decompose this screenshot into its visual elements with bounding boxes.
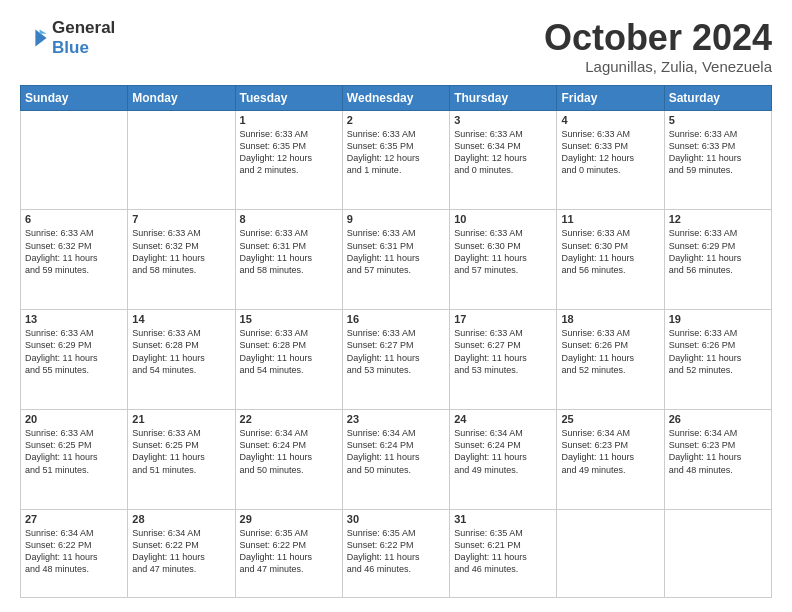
calendar-cell: 20Sunrise: 6:33 AM Sunset: 6:25 PM Dayli… [21,410,128,510]
weekday-header-row: SundayMondayTuesdayWednesdayThursdayFrid… [21,85,772,110]
day-info: Sunrise: 6:33 AM Sunset: 6:33 PM Dayligh… [669,128,767,177]
day-number: 7 [132,213,230,225]
day-info: Sunrise: 6:33 AM Sunset: 6:31 PM Dayligh… [347,227,445,276]
calendar-cell: 8Sunrise: 6:33 AM Sunset: 6:31 PM Daylig… [235,210,342,310]
day-number: 5 [669,114,767,126]
calendar-cell [557,509,664,597]
logo: General Blue [20,18,115,57]
weekday-header-saturday: Saturday [664,85,771,110]
day-info: Sunrise: 6:35 AM Sunset: 6:21 PM Dayligh… [454,527,552,576]
day-number: 23 [347,413,445,425]
day-number: 18 [561,313,659,325]
calendar-cell [128,110,235,210]
day-info: Sunrise: 6:34 AM Sunset: 6:22 PM Dayligh… [25,527,123,576]
calendar-cell [21,110,128,210]
day-info: Sunrise: 6:33 AM Sunset: 6:27 PM Dayligh… [454,327,552,376]
day-info: Sunrise: 6:34 AM Sunset: 6:23 PM Dayligh… [669,427,767,476]
day-number: 9 [347,213,445,225]
calendar-cell: 21Sunrise: 6:33 AM Sunset: 6:25 PM Dayli… [128,410,235,510]
calendar-cell [664,509,771,597]
header: General Blue October 2024 Lagunillas, Zu… [20,18,772,75]
day-info: Sunrise: 6:33 AM Sunset: 6:29 PM Dayligh… [25,327,123,376]
calendar-week-1: 1Sunrise: 6:33 AM Sunset: 6:35 PM Daylig… [21,110,772,210]
day-number: 10 [454,213,552,225]
calendar-cell: 15Sunrise: 6:33 AM Sunset: 6:28 PM Dayli… [235,310,342,410]
calendar-cell: 13Sunrise: 6:33 AM Sunset: 6:29 PM Dayli… [21,310,128,410]
day-number: 8 [240,213,338,225]
calendar-cell: 27Sunrise: 6:34 AM Sunset: 6:22 PM Dayli… [21,509,128,597]
calendar-cell: 7Sunrise: 6:33 AM Sunset: 6:32 PM Daylig… [128,210,235,310]
day-info: Sunrise: 6:33 AM Sunset: 6:32 PM Dayligh… [25,227,123,276]
day-info: Sunrise: 6:34 AM Sunset: 6:24 PM Dayligh… [347,427,445,476]
day-number: 3 [454,114,552,126]
day-number: 19 [669,313,767,325]
day-number: 15 [240,313,338,325]
day-number: 1 [240,114,338,126]
calendar-cell: 28Sunrise: 6:34 AM Sunset: 6:22 PM Dayli… [128,509,235,597]
calendar-cell: 4Sunrise: 6:33 AM Sunset: 6:33 PM Daylig… [557,110,664,210]
day-info: Sunrise: 6:33 AM Sunset: 6:26 PM Dayligh… [561,327,659,376]
calendar-cell: 19Sunrise: 6:33 AM Sunset: 6:26 PM Dayli… [664,310,771,410]
day-number: 4 [561,114,659,126]
day-number: 11 [561,213,659,225]
day-info: Sunrise: 6:33 AM Sunset: 6:35 PM Dayligh… [240,128,338,177]
weekday-header-sunday: Sunday [21,85,128,110]
day-number: 16 [347,313,445,325]
day-number: 17 [454,313,552,325]
day-info: Sunrise: 6:33 AM Sunset: 6:35 PM Dayligh… [347,128,445,177]
title-block: October 2024 Lagunillas, Zulia, Venezuel… [544,18,772,75]
day-number: 20 [25,413,123,425]
day-info: Sunrise: 6:33 AM Sunset: 6:32 PM Dayligh… [132,227,230,276]
calendar-week-5: 27Sunrise: 6:34 AM Sunset: 6:22 PM Dayli… [21,509,772,597]
weekday-header-wednesday: Wednesday [342,85,449,110]
day-info: Sunrise: 6:35 AM Sunset: 6:22 PM Dayligh… [240,527,338,576]
day-info: Sunrise: 6:33 AM Sunset: 6:26 PM Dayligh… [669,327,767,376]
calendar-cell: 14Sunrise: 6:33 AM Sunset: 6:28 PM Dayli… [128,310,235,410]
day-info: Sunrise: 6:33 AM Sunset: 6:31 PM Dayligh… [240,227,338,276]
day-number: 27 [25,513,123,525]
weekday-header-tuesday: Tuesday [235,85,342,110]
calendar-cell: 22Sunrise: 6:34 AM Sunset: 6:24 PM Dayli… [235,410,342,510]
logo-text: General Blue [52,18,115,57]
day-number: 12 [669,213,767,225]
logo-icon [20,24,48,52]
svg-marker-1 [40,29,47,33]
day-info: Sunrise: 6:33 AM Sunset: 6:30 PM Dayligh… [454,227,552,276]
day-info: Sunrise: 6:34 AM Sunset: 6:22 PM Dayligh… [132,527,230,576]
day-number: 25 [561,413,659,425]
calendar-cell: 1Sunrise: 6:33 AM Sunset: 6:35 PM Daylig… [235,110,342,210]
day-number: 26 [669,413,767,425]
calendar-cell: 30Sunrise: 6:35 AM Sunset: 6:22 PM Dayli… [342,509,449,597]
day-info: Sunrise: 6:33 AM Sunset: 6:28 PM Dayligh… [240,327,338,376]
calendar-cell: 3Sunrise: 6:33 AM Sunset: 6:34 PM Daylig… [450,110,557,210]
day-number: 14 [132,313,230,325]
weekday-header-thursday: Thursday [450,85,557,110]
day-number: 30 [347,513,445,525]
day-info: Sunrise: 6:33 AM Sunset: 6:27 PM Dayligh… [347,327,445,376]
day-info: Sunrise: 6:33 AM Sunset: 6:25 PM Dayligh… [132,427,230,476]
weekday-header-monday: Monday [128,85,235,110]
day-number: 31 [454,513,552,525]
calendar-week-2: 6Sunrise: 6:33 AM Sunset: 6:32 PM Daylig… [21,210,772,310]
day-info: Sunrise: 6:34 AM Sunset: 6:24 PM Dayligh… [240,427,338,476]
calendar-cell: 9Sunrise: 6:33 AM Sunset: 6:31 PM Daylig… [342,210,449,310]
calendar-week-3: 13Sunrise: 6:33 AM Sunset: 6:29 PM Dayli… [21,310,772,410]
day-number: 2 [347,114,445,126]
calendar-week-4: 20Sunrise: 6:33 AM Sunset: 6:25 PM Dayli… [21,410,772,510]
day-number: 22 [240,413,338,425]
calendar-cell: 12Sunrise: 6:33 AM Sunset: 6:29 PM Dayli… [664,210,771,310]
day-info: Sunrise: 6:33 AM Sunset: 6:25 PM Dayligh… [25,427,123,476]
page: General Blue October 2024 Lagunillas, Zu… [0,0,792,612]
day-info: Sunrise: 6:35 AM Sunset: 6:22 PM Dayligh… [347,527,445,576]
day-info: Sunrise: 6:34 AM Sunset: 6:24 PM Dayligh… [454,427,552,476]
calendar-table: SundayMondayTuesdayWednesdayThursdayFrid… [20,85,772,598]
calendar-cell: 16Sunrise: 6:33 AM Sunset: 6:27 PM Dayli… [342,310,449,410]
calendar-title: October 2024 [544,18,772,58]
calendar-cell: 11Sunrise: 6:33 AM Sunset: 6:30 PM Dayli… [557,210,664,310]
day-number: 13 [25,313,123,325]
day-number: 6 [25,213,123,225]
calendar-cell: 26Sunrise: 6:34 AM Sunset: 6:23 PM Dayli… [664,410,771,510]
calendar-cell: 31Sunrise: 6:35 AM Sunset: 6:21 PM Dayli… [450,509,557,597]
day-number: 28 [132,513,230,525]
calendar-cell: 10Sunrise: 6:33 AM Sunset: 6:30 PM Dayli… [450,210,557,310]
